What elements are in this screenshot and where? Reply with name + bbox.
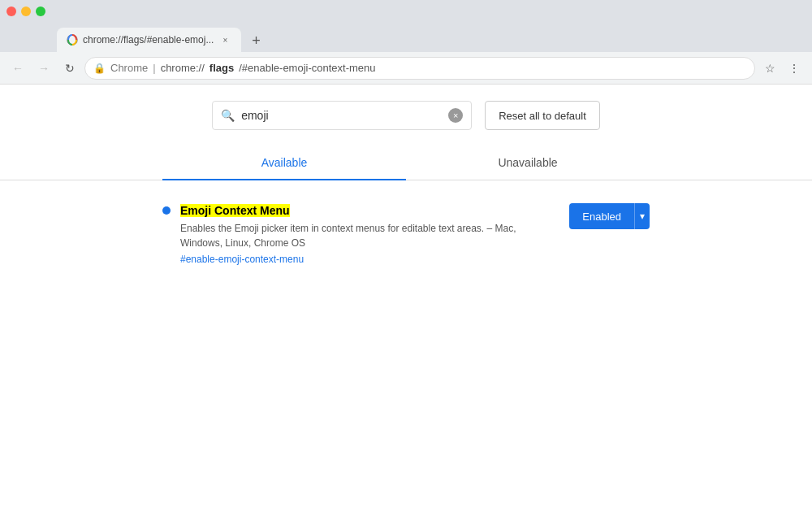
reload-button[interactable]: ↻ — [58, 57, 81, 80]
lock-icon: 🔒 — [93, 63, 106, 74]
flag-link[interactable]: #enable-emoji-context-menu — [180, 254, 559, 265]
bookmark-button[interactable]: ☆ — [758, 57, 781, 80]
content-tabs: Available Unavailable — [0, 146, 812, 180]
address-separator: | — [153, 62, 155, 74]
back-button[interactable]: ← — [6, 57, 29, 80]
flags-content: Emoji Context Menu Enables the Emoji pic… — [0, 180, 812, 288]
flag-control: Enabled ▾ — [569, 203, 650, 229]
chrome-prefix: Chrome — [110, 62, 148, 74]
tab-label: chrome://flags/#enable-emoj... — [83, 34, 214, 46]
flag-indicator — [162, 206, 171, 215]
chrome-menu-button[interactable]: ⋮ — [783, 57, 806, 80]
enabled-dropdown-button[interactable]: ▾ — [634, 203, 650, 229]
address-suffix: /#enable-emoji-context-menu — [239, 62, 375, 74]
address-bold: flags — [209, 62, 234, 74]
flag-description: Enables the Emoji picker item in context… — [180, 221, 559, 250]
new-tab-button[interactable]: + — [244, 29, 267, 52]
flag-name: Emoji Context Menu — [180, 204, 290, 217]
enabled-button[interactable]: Enabled — [569, 203, 634, 229]
nav-bar: ← → ↻ 🔒 Chrome | chrome://flags/#enable-… — [0, 52, 812, 85]
title-bar — [0, 0, 812, 23]
clear-search-button[interactable]: × — [448, 108, 463, 123]
main-content: 🔍 × Reset all to default Available Unava… — [0, 85, 812, 508]
active-tab[interactable]: chrome://flags/#enable-emoj... × — [57, 28, 241, 52]
close-button[interactable] — [6, 7, 16, 16]
nav-right-buttons: ☆ ⋮ — [758, 57, 806, 80]
tab-favicon — [67, 34, 78, 46]
search-icon: 🔍 — [221, 109, 235, 122]
tab-bar: chrome://flags/#enable-emoj... × + — [0, 23, 812, 52]
tab-unavailable[interactable]: Unavailable — [406, 146, 650, 180]
reset-all-button[interactable]: Reset all to default — [485, 101, 600, 130]
flag-item: Emoji Context Menu Enables the Emoji pic… — [162, 197, 650, 271]
minimize-button[interactable] — [21, 7, 31, 16]
tab-close-button[interactable]: × — [218, 33, 231, 46]
flag-details: Emoji Context Menu Enables the Emoji pic… — [180, 203, 559, 265]
maximize-button[interactable] — [36, 7, 45, 16]
address-prefix: chrome:// — [161, 62, 205, 74]
search-area: 🔍 × Reset all to default — [0, 85, 812, 146]
forward-button[interactable]: → — [32, 57, 55, 80]
search-input[interactable] — [241, 109, 442, 122]
window-controls — [6, 7, 45, 16]
address-bar[interactable]: 🔒 Chrome | chrome://flags/#enable-emoji-… — [84, 57, 755, 80]
tab-available[interactable]: Available — [162, 146, 406, 180]
search-box: 🔍 × — [212, 101, 472, 130]
